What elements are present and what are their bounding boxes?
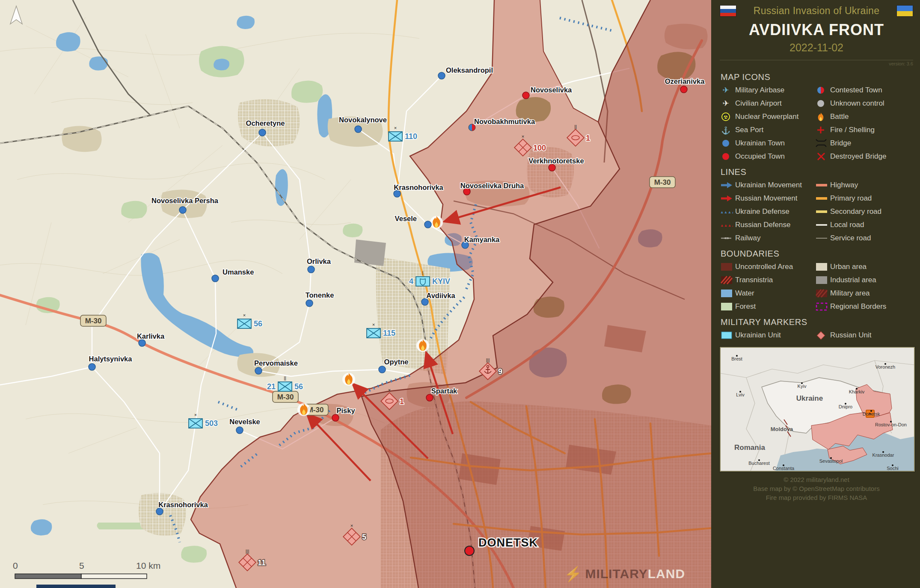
legend-label: Ukrainian Town (735, 139, 815, 148)
sw-military-icon (815, 289, 828, 298)
legend-label: Fire / Shelling (830, 126, 913, 134)
svg-text:Novoselivka Persha: Novoselivka Persha (151, 197, 219, 204)
overview-minimap[interactable]: ⚑ BrestVoronezhKyivLvivKharkivUkraineDni… (720, 347, 915, 472)
svg-text:|: | (422, 270, 424, 275)
svg-text:110: 110 (405, 132, 417, 141)
def-ru-icon: ▲▲▲▲▲ (720, 220, 733, 230)
svg-text:Opytne: Opytne (384, 358, 409, 366)
svg-text:Halytsynivka: Halytsynivka (89, 355, 133, 363)
svg-text:56: 56 (294, 382, 303, 391)
legend-label: Military Airbase (735, 86, 815, 95)
service-icon (815, 233, 828, 243)
svg-text:Spartak: Spartak (431, 387, 457, 395)
svg-text:Novobakhmutivka: Novobakhmutivka (474, 118, 535, 125)
svg-text:Verkhnotoretske: Verkhnotoretske (528, 157, 584, 165)
legend-label: Contested Town (830, 86, 913, 95)
legend-label: Bridge (830, 139, 913, 148)
legend-label: Uncontrolled Area (735, 263, 815, 271)
legend-label: Russian Unit (830, 331, 913, 340)
svg-text:Umanske: Umanske (223, 268, 254, 276)
legend-label: Secondary road (830, 207, 913, 216)
minimap-place-label: Kharkiv (849, 389, 865, 394)
legend-section-title: LINES (721, 167, 913, 177)
svg-text:56: 56 (254, 319, 262, 328)
svg-text:1: 1 (400, 397, 404, 406)
legend-label: Civilian Airport (735, 99, 815, 108)
svg-text:⚓: ⚓ (721, 126, 730, 135)
legend-section-map-icons: MAP ICONS✈Military AirbaseContested Town… (720, 72, 913, 161)
svg-text:☢: ☢ (724, 114, 728, 120)
legend-label: Russian Defense (735, 221, 815, 229)
sw-water-icon (720, 289, 733, 298)
map-canvas[interactable]: M-30M-30M-30M-30×110×56×115||5621×503|KY… (0, 0, 711, 588)
map-date: 2022-11-02 (720, 41, 913, 54)
divider (720, 60, 913, 60)
nuclear-icon: ☢ (720, 112, 733, 121)
svg-text:100: 100 (533, 144, 546, 152)
svg-text:Ocheretyne: Ocheretyne (246, 119, 285, 127)
legend-sidebar: Russian Invasion of Ukraine AVDIIVKA FRO… (711, 0, 920, 588)
svg-text:Novokalynove: Novokalynove (339, 116, 387, 124)
svg-text:10 km: 10 km (136, 561, 160, 570)
local-icon (815, 220, 828, 230)
credit-line: © 2022 militaryland.net (720, 475, 913, 484)
legend-section-title: MILITARY MARKERS (721, 317, 913, 327)
seaport-icon: ⚓ (720, 125, 733, 135)
legend-label: Service road (830, 234, 913, 242)
svg-text:×: × (243, 313, 246, 318)
town-contested-icon (815, 86, 828, 95)
svg-text:×: × (394, 125, 397, 130)
svg-text:Tonenke: Tonenke (306, 291, 334, 299)
svg-text:Orlivka: Orlivka (307, 257, 331, 265)
minimap-place-label: Bucharest (748, 461, 770, 466)
battle-icon (416, 339, 429, 352)
minimap-place-label: Dnipro (839, 404, 852, 409)
svg-text:Vesele: Vesele (395, 215, 417, 222)
legend-label: Highway (830, 181, 913, 189)
svg-text:Karlivka: Karlivka (137, 332, 165, 340)
svg-text:Krasnohorivka: Krasnohorivka (158, 501, 208, 508)
svg-text:4: 4 (409, 277, 413, 286)
version-label: version: 3.6 (720, 61, 913, 66)
mil-airbase-icon: ✈ (720, 86, 733, 95)
svg-text:M-30: M-30 (654, 178, 671, 186)
svg-text:5: 5 (362, 533, 366, 541)
arrow-ru-icon (720, 194, 733, 203)
svg-text:DONETSK: DONETSK (478, 536, 538, 549)
legend-label: Urban area (830, 263, 913, 271)
svg-text:||: || (574, 124, 577, 129)
industrial-area-avdiivka (354, 239, 386, 266)
legend-section-lines: LINESUkrainian MovementHighwayRussian Mo… (720, 167, 913, 243)
bridge-icon (815, 139, 828, 148)
sw-uncontrolled-icon (720, 262, 733, 272)
svg-text:▲▲▲▲▲: ▲▲▲▲▲ (720, 210, 733, 214)
svg-text:Novoselivka: Novoselivka (531, 86, 572, 94)
road-shield: M-30 (80, 315, 106, 326)
legend-label: Nuclear Powerplant (735, 112, 815, 121)
svg-text:Novoselivka Druha: Novoselivka Druha (460, 182, 524, 189)
legend-label: Destroyed Bridge (830, 152, 913, 161)
minimap-place-label: Moldova (771, 426, 793, 432)
road-shield: M-30 (273, 391, 298, 402)
town-ru-icon (720, 152, 733, 161)
legend-label: Occupied Town (735, 152, 815, 161)
legend-label: Ukrainian Movement (735, 181, 815, 189)
hw-icon (815, 180, 828, 190)
svg-text:11: 11 (258, 558, 266, 567)
svg-text:✈: ✈ (722, 99, 729, 108)
battle-icon (297, 403, 310, 416)
svg-text:M-30: M-30 (277, 393, 294, 401)
def-ua-icon: ▲▲▲▲▲ (720, 207, 733, 216)
legend-section-title: BOUNDARIES (721, 249, 913, 259)
svg-text:Oleksandropil: Oleksandropil (446, 66, 493, 74)
legend-label: Transnistria (735, 276, 815, 284)
svg-text:21: 21 (267, 382, 276, 391)
legend-label: Water (735, 289, 815, 298)
ukraine-flag-icon (896, 5, 913, 17)
bridge-x-icon (815, 152, 828, 161)
legend-label: Forest (735, 302, 815, 311)
svg-text:▲▲▲▲▲: ▲▲▲▲▲ (720, 223, 733, 228)
battle-icon (430, 216, 443, 229)
sw-industrial-icon (815, 275, 828, 285)
legend-label: Ukraine Defense (735, 207, 815, 216)
